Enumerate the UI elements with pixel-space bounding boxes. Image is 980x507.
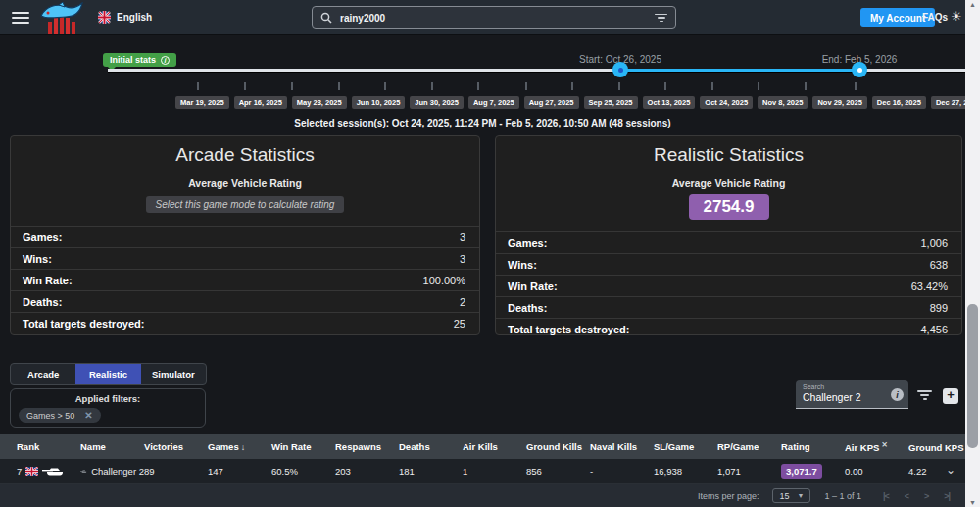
scroll-down-icon[interactable]: ▼ xyxy=(965,499,980,506)
add-column-button[interactable]: + xyxy=(943,388,958,404)
col-respawns[interactable]: Respawns xyxy=(335,441,399,452)
next-page-button[interactable]: > xyxy=(924,491,928,501)
scrollbar-thumb[interactable] xyxy=(967,304,978,448)
date-chip[interactable]: Oct 13, 2025 xyxy=(643,96,696,109)
expand-row-icon[interactable]: ⌄ xyxy=(946,463,956,477)
date-chip[interactable]: Mar 19, 2025 xyxy=(175,96,229,109)
chevron-down-icon: ▼ xyxy=(797,492,804,499)
range-start-handle[interactable] xyxy=(612,62,628,77)
stat-value: 638 xyxy=(930,259,948,271)
stat-label: Total targets destroyed: xyxy=(508,324,630,335)
col-win-rate[interactable]: Win Rate xyxy=(271,441,335,452)
stat-rows: Games:3 Wins:3 Win Rate:100.00% Deaths:2… xyxy=(11,226,479,333)
stat-label: Win Rate: xyxy=(23,275,73,286)
stat-row: Games:3 xyxy=(11,226,479,247)
cell-name[interactable]: Challenger 2 xyxy=(80,466,144,477)
range-end-handle[interactable] xyxy=(852,62,867,77)
date-chip[interactable]: Dec 16, 2025 xyxy=(872,96,926,109)
cell-air-kps: 0.00 xyxy=(845,466,908,477)
col-sl-game[interactable]: SL/Game xyxy=(654,441,717,452)
date-chip[interactable]: Apr 16, 2025 xyxy=(234,96,287,109)
date-chip[interactable]: Aug 27, 2025 xyxy=(524,96,579,109)
items-per-page-select[interactable]: 15 ▼ xyxy=(772,488,810,503)
timeline-selected-range[interactable] xyxy=(620,69,859,72)
menu-icon[interactable] xyxy=(12,12,29,24)
stat-label: Games: xyxy=(23,231,62,243)
scroll-up-icon[interactable]: ▲ xyxy=(965,1,980,8)
stat-row: Win Rate:63.42% xyxy=(496,275,961,296)
table-filter-icon[interactable] xyxy=(917,390,932,402)
cell-sl-game: 16,938 xyxy=(654,466,717,477)
prev-page-button[interactable]: < xyxy=(905,491,908,501)
remove-filter-icon[interactable]: ✕ xyxy=(84,410,92,421)
theme-toggle-icon[interactable]: ☀ xyxy=(951,9,962,24)
col-air-kps[interactable]: Air KPS✕ xyxy=(845,440,908,453)
table-row[interactable]: 7 Challenger 2 89 147 60.5 xyxy=(0,459,965,484)
language-label: English xyxy=(117,12,152,23)
date-chip[interactable]: Sep 25, 2025 xyxy=(584,96,638,109)
applied-filters-panel: Applied filters: Games > 50 ✕ xyxy=(10,388,206,428)
vehicle-search-input[interactable]: Search Challenger 2 i xyxy=(796,380,908,409)
search-filter-icon[interactable] xyxy=(655,14,667,23)
stat-value: 3 xyxy=(460,253,466,265)
scrollbar[interactable]: ▲ ▼ xyxy=(965,0,980,507)
col-name[interactable]: Name xyxy=(80,441,144,452)
col-rp-game[interactable]: RP/Game xyxy=(717,441,781,452)
realistic-statistics-card: Realistic Statistics Average Vehicle Rat… xyxy=(495,135,962,335)
last-page-button[interactable]: >| xyxy=(944,491,950,501)
cell-naval-kills: - xyxy=(590,466,654,477)
date-chip[interactable]: May 23, 2025 xyxy=(292,96,347,109)
cell-respawns: 203 xyxy=(335,466,399,477)
applied-filters-title: Applied filters: xyxy=(11,393,205,404)
date-chip[interactable]: Nov 8, 2025 xyxy=(758,96,808,109)
player-search-value: rainy2000 xyxy=(340,13,655,24)
first-page-button[interactable]: |< xyxy=(883,491,889,501)
remove-column-icon[interactable]: ✕ xyxy=(881,440,887,449)
col-games[interactable]: Games↓ xyxy=(208,441,271,452)
tab-realistic[interactable]: Realistic xyxy=(75,364,140,384)
tab-arcade[interactable]: Arcade xyxy=(11,364,75,384)
cell-win-rate: 60.5% xyxy=(271,466,335,477)
cell-rating: 3,071.7 xyxy=(781,464,845,479)
avg-rating-label: Average Vehicle Rating xyxy=(496,177,961,189)
stat-value: 1,006 xyxy=(920,237,948,249)
stat-row: Wins:3 xyxy=(11,247,479,269)
uk-flag-icon xyxy=(25,467,38,476)
initial-stats-badge[interactable]: Initial stats i xyxy=(103,53,176,67)
date-chip[interactable]: Nov 29, 2025 xyxy=(812,96,866,109)
date-chip[interactable]: Aug 7, 2025 xyxy=(468,96,519,109)
col-ground-kps[interactable]: Ground KPS✕ xyxy=(908,440,972,453)
stat-label: Win Rate: xyxy=(508,280,558,292)
col-rating[interactable]: Rating xyxy=(781,441,845,452)
search-info-icon[interactable]: i xyxy=(891,388,904,401)
col-victories[interactable]: Victories xyxy=(144,441,208,452)
player-search-input[interactable]: rainy2000 xyxy=(312,6,676,29)
col-naval-kills[interactable]: Naval Kills xyxy=(590,441,654,452)
cell-games: 147 xyxy=(208,466,271,477)
stat-rows: Games:1,006 Wins:638 Win Rate:63.42% Dea… xyxy=(496,231,961,339)
col-deaths[interactable]: Deaths xyxy=(399,441,463,452)
date-chip[interactable]: Oct 24, 2025 xyxy=(700,96,753,109)
top-bar: English rainy2000 My Account FAQs ☀ xyxy=(0,0,965,35)
stat-value: 100.00% xyxy=(423,275,466,286)
language-selector[interactable]: English xyxy=(98,11,152,24)
table-header: Rank Name Victories Games↓ Win Rate Resp… xyxy=(0,434,965,459)
faqs-link[interactable]: FAQs xyxy=(922,12,948,23)
col-ground-kills[interactable]: Ground Kills xyxy=(526,441,590,452)
col-air-kills[interactable]: Air Kills xyxy=(463,441,526,452)
filter-chip[interactable]: Games > 50 ✕ xyxy=(19,408,101,423)
col-rank[interactable]: Rank xyxy=(17,441,80,452)
date-chip[interactable]: Jun 10, 2025 xyxy=(352,96,406,109)
date-chip[interactable]: Jun 30, 2025 xyxy=(410,96,464,109)
cell-ground-kills: 856 xyxy=(526,466,590,477)
stat-label: Games: xyxy=(508,237,547,249)
tab-simulator[interactable]: Simulator xyxy=(141,364,206,384)
site-logo[interactable] xyxy=(39,1,84,34)
stat-row: Wins:638 xyxy=(496,253,961,275)
rating-placeholder: Select this game mode to calculate ratin… xyxy=(146,196,345,213)
game-mode-tabs: Arcade Realistic Simulator xyxy=(10,363,207,385)
shark-logo-icon xyxy=(39,2,84,34)
cell-deaths: 181 xyxy=(399,466,463,477)
stat-label: Wins: xyxy=(23,253,52,265)
avg-rating-label: Average Vehicle Rating xyxy=(11,177,479,189)
